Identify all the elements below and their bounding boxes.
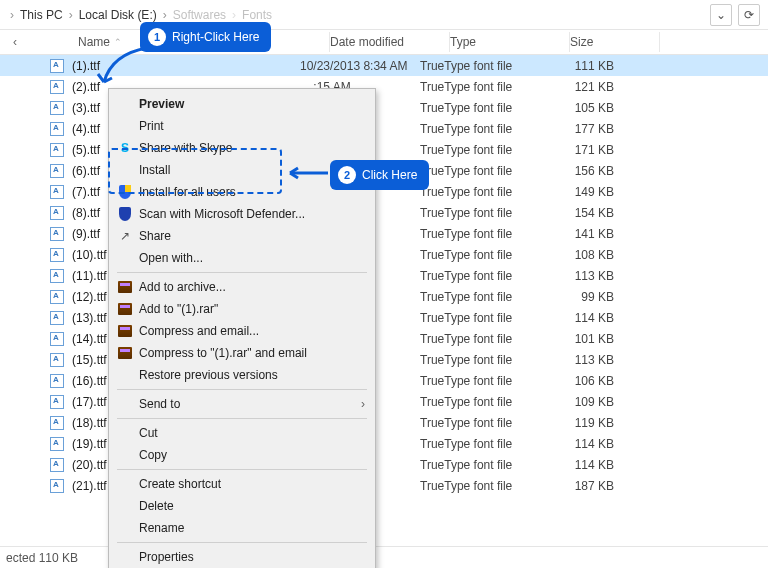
column-date[interactable]: Date modified (330, 32, 450, 52)
shield-icon (115, 185, 135, 199)
ctx-compressrar[interactable]: Compress to "(1).rar" and email (109, 342, 375, 364)
file-type: TrueType font file (420, 185, 540, 199)
ctx-preview[interactable]: Preview (109, 93, 375, 115)
ctx-print[interactable]: Print (109, 115, 375, 137)
file-size: 114 KB (540, 458, 630, 472)
ctx-delete[interactable]: Delete (109, 495, 375, 517)
file-type: TrueType font file (420, 311, 540, 325)
font-file-icon (48, 458, 66, 472)
font-file-icon (48, 416, 66, 430)
file-size: 114 KB (540, 437, 630, 451)
ctx-rename[interactable]: Rename (109, 517, 375, 539)
ctx-share[interactable]: ↗Share (109, 225, 375, 247)
breadcrumb-seg[interactable]: This PC (16, 6, 67, 24)
file-type: TrueType font file (420, 143, 540, 157)
file-size: 154 KB (540, 206, 630, 220)
chevron-right-icon: › (361, 397, 365, 411)
file-size: 187 KB (540, 479, 630, 493)
file-size: 149 KB (540, 185, 630, 199)
font-file-icon (48, 311, 66, 325)
share-icon: ↗ (115, 229, 135, 243)
file-size: 119 KB (540, 416, 630, 430)
font-file-icon (48, 185, 66, 199)
file-size: 106 KB (540, 374, 630, 388)
font-file-icon (48, 206, 66, 220)
rar-icon (115, 325, 135, 337)
ctx-restore[interactable]: Restore previous versions (109, 364, 375, 386)
file-size: 113 KB (540, 353, 630, 367)
font-file-icon (48, 479, 66, 493)
file-size: 108 KB (540, 248, 630, 262)
font-file-icon (48, 290, 66, 304)
font-file-icon (48, 122, 66, 136)
chevron-right-icon: › (232, 8, 236, 22)
separator (117, 272, 367, 273)
chevron-right-icon: › (163, 8, 167, 22)
file-type: TrueType font file (420, 395, 540, 409)
font-file-icon (48, 80, 66, 94)
file-size: 177 KB (540, 122, 630, 136)
breadcrumb-seg[interactable]: Local Disk (E:) (75, 6, 161, 24)
step-number: 1 (148, 28, 166, 46)
column-type[interactable]: Type (450, 32, 570, 52)
file-size: 171 KB (540, 143, 630, 157)
ctx-compress[interactable]: Compress and email... (109, 320, 375, 342)
file-size: 113 KB (540, 269, 630, 283)
file-type: TrueType font file (420, 122, 540, 136)
separator (117, 418, 367, 419)
ctx-defender[interactable]: Scan with Microsoft Defender... (109, 203, 375, 225)
breadcrumb-seg[interactable]: Fonts (238, 6, 276, 24)
tutorial-bubble-1: 1 Right-Click Here (140, 22, 271, 52)
font-file-icon (48, 353, 66, 367)
file-size: 99 KB (540, 290, 630, 304)
ctx-addrar[interactable]: Add to "(1).rar" (109, 298, 375, 320)
ctx-archive[interactable]: Add to archive... (109, 276, 375, 298)
file-type: TrueType font file (420, 269, 540, 283)
font-file-icon (48, 437, 66, 451)
file-type: TrueType font file (420, 458, 540, 472)
font-file-icon (48, 164, 66, 178)
ctx-shortcut[interactable]: Create shortcut (109, 473, 375, 495)
chevron-right-icon: › (10, 8, 14, 22)
ctx-properties[interactable]: Properties (109, 546, 375, 568)
step-number: 2 (338, 166, 356, 184)
file-size: 109 KB (540, 395, 630, 409)
step-text: Right-Click Here (172, 30, 259, 44)
step-text: Click Here (362, 168, 417, 182)
separator (117, 389, 367, 390)
file-size: 156 KB (540, 164, 630, 178)
file-type: TrueType font file (420, 164, 540, 178)
separator (117, 542, 367, 543)
file-size: 101 KB (540, 332, 630, 346)
refresh-button[interactable]: ⟳ (738, 4, 760, 26)
skype-icon: S (115, 141, 135, 155)
file-type: TrueType font file (420, 290, 540, 304)
file-type: TrueType font file (420, 248, 540, 262)
file-size: 114 KB (540, 311, 630, 325)
font-file-icon (48, 332, 66, 346)
rar-icon (115, 303, 135, 315)
ctx-copy[interactable]: Copy (109, 444, 375, 466)
file-size: 141 KB (540, 227, 630, 241)
file-type: TrueType font file (420, 479, 540, 493)
rar-icon (115, 347, 135, 359)
ctx-skype[interactable]: SShare with Skype (109, 137, 375, 159)
font-file-icon (48, 59, 66, 73)
font-file-icon (48, 143, 66, 157)
dropdown-button[interactable]: ⌄ (710, 4, 732, 26)
file-type: TrueType font file (420, 353, 540, 367)
rar-icon (115, 281, 135, 293)
file-size: 105 KB (540, 101, 630, 115)
column-size[interactable]: Size (570, 32, 660, 52)
back-icon[interactable]: ‹ (0, 35, 30, 49)
status-text: ected 110 KB (6, 551, 78, 565)
breadcrumb-seg[interactable]: Softwares (169, 6, 230, 24)
file-type: TrueType font file (420, 101, 540, 115)
file-type: TrueType font file (420, 80, 540, 94)
tutorial-bubble-2: 2 Click Here (330, 160, 429, 190)
font-file-icon (48, 101, 66, 115)
ctx-openwith[interactable]: Open with... (109, 247, 375, 269)
ctx-cut[interactable]: Cut (109, 422, 375, 444)
file-date: 10/23/2013 8:34 AM (300, 59, 420, 73)
ctx-sendto[interactable]: Send to› (109, 393, 375, 415)
